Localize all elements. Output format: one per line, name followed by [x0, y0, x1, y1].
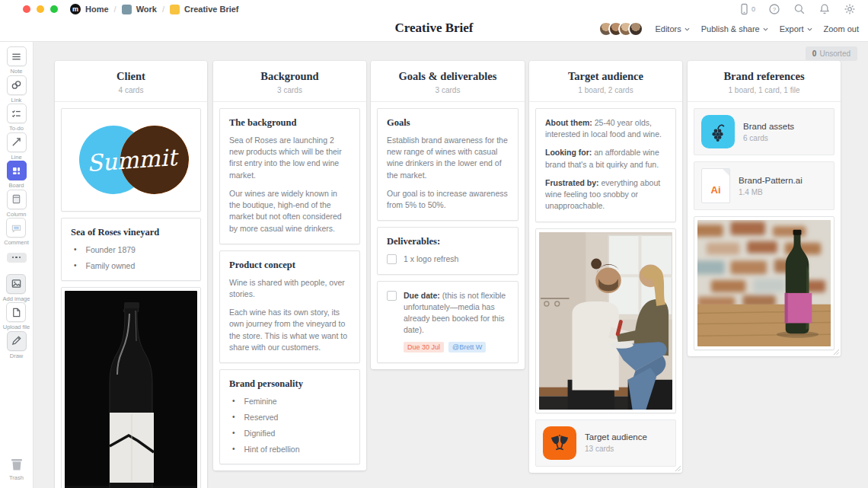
due-date-tag[interactable]: Due 30 Jul — [404, 342, 444, 352]
board-item-title: Brand assets — [743, 122, 794, 131]
settings-button[interactable] — [844, 3, 856, 15]
sidebar-item-todo[interactable]: To-do — [7, 104, 27, 132]
goals-note-card[interactable]: Goals Establish brand awareness for the … — [377, 108, 519, 221]
publish-share-label: Publish & share — [701, 24, 760, 33]
editor-avatars[interactable] — [598, 21, 643, 37]
trash-label: Trash — [9, 475, 24, 481]
column-goals[interactable]: Goals & deliverables 3 cards Goals Estab… — [371, 61, 525, 369]
product-concept-note-card[interactable]: Product concept Wine is shared with peop… — [219, 250, 360, 363]
ai-file-icon: Ai — [701, 168, 730, 203]
note-paragraph: Frustrated by: everything about wine fee… — [545, 177, 666, 212]
sidebar-item-note[interactable]: Note — [7, 46, 27, 75]
column-resize-handle[interactable] — [675, 465, 681, 471]
board-item-count: 13 cards — [585, 445, 647, 453]
target-audience-board-item[interactable]: Target audience 13 cards — [535, 419, 676, 467]
breadcrumb-separator: / — [162, 5, 164, 14]
deliverables-todo-card[interactable]: Deliverables: 1 x logo refresh — [377, 227, 519, 274]
note-paragraph: Each wine has its own story, its own jou… — [229, 307, 350, 353]
help-icon: ? — [768, 3, 780, 15]
sidebar-item-line[interactable]: Line — [7, 132, 27, 161]
brief-board-thumb-icon — [170, 5, 180, 14]
audience-photo-card[interactable] — [535, 228, 676, 413]
tool-label: Note — [11, 69, 23, 75]
comment-icon — [11, 222, 22, 234]
list-item: •Hint of rebellion — [232, 445, 350, 454]
publish-share-dropdown[interactable]: Publish & share — [701, 24, 768, 33]
sidebar-item-comment[interactable]: Comment — [4, 218, 29, 246]
search-button[interactable] — [793, 3, 806, 15]
maximize-window-button[interactable] — [50, 5, 58, 13]
column-brand-references[interactable]: Brand references 1 board, 1 card, 1 file… — [688, 61, 841, 356]
client-note-card[interactable]: Sea of Roses vineyard •Founder 1879 •Fam… — [61, 218, 201, 281]
column-background[interactable]: Background 3 cards The background Sea of… — [213, 61, 366, 470]
unsorted-tray-button[interactable]: 0Unsorted — [806, 46, 857, 61]
editors-dropdown[interactable]: Editors — [655, 24, 689, 33]
device-preview-button[interactable]: 0 — [739, 3, 755, 15]
list-item: •Founder 1879 — [74, 245, 191, 254]
notifications-icon — [819, 3, 831, 15]
brand-pattern-file-item[interactable]: Ai Brand-Pattern.ai 1.4 MB — [694, 161, 834, 210]
avatar[interactable] — [628, 21, 643, 37]
due-date-todo-card[interactable]: Due date: (this is not flexible unfortun… — [377, 281, 519, 364]
sidebar-item-link[interactable]: Link — [7, 75, 27, 104]
column-client[interactable]: Client 4 cards Summit Sea of Roses viney… — [55, 61, 207, 488]
brand-assets-board-item[interactable]: Brand assets 6 cards — [694, 108, 834, 155]
column-title: Brand references — [694, 70, 834, 83]
mention-tag[interactable]: @Brett W — [448, 342, 486, 352]
help-button[interactable]: ? — [768, 3, 780, 15]
note-title: Product concept — [229, 260, 350, 271]
link-icon — [11, 79, 22, 91]
sidebar-item-column[interactable]: Column — [7, 190, 27, 218]
column-icon — [11, 193, 22, 205]
close-window-button[interactable] — [23, 5, 30, 13]
summit-logo-image-card[interactable]: Summit — [61, 108, 201, 212]
device-icon — [739, 3, 749, 15]
unsorted-label: Unsorted — [819, 49, 850, 58]
column-header[interactable]: Target audience 1 board, 2 cards — [529, 61, 682, 102]
list-item: •Family owned — [74, 261, 191, 270]
column-count: 3 cards — [377, 86, 519, 94]
chevron-down-icon — [685, 27, 690, 31]
sidebar-item-board[interactable]: Board — [7, 161, 27, 189]
todo-checkbox[interactable] — [387, 254, 397, 264]
svg-text:?: ? — [773, 6, 777, 13]
board-item-title: Target audience — [585, 432, 647, 442]
todo-checkbox[interactable] — [387, 291, 397, 301]
export-dropdown[interactable]: Export — [780, 24, 812, 33]
column-target-audience[interactable]: Target audience 1 board, 2 cards About t… — [529, 61, 682, 473]
reference-bottle-photo-card[interactable] — [694, 216, 834, 350]
editors-label: Editors — [655, 24, 681, 33]
column-header[interactable]: Client 4 cards — [55, 61, 207, 102]
column-header[interactable]: Goals & deliverables 3 cards — [371, 61, 525, 102]
sidebar-item-upload-file[interactable]: Upload file — [3, 302, 30, 330]
breadcrumb-creative-brief[interactable]: Creative Brief — [170, 5, 239, 14]
column-count: 3 cards — [219, 86, 360, 94]
background-note-card[interactable]: The background Sea of Roses are launchin… — [219, 108, 360, 244]
note-paragraph: Looking for: an affordable wine brand th… — [545, 147, 666, 170]
more-tools-button[interactable] — [7, 253, 27, 263]
column-title: Background — [219, 70, 360, 83]
breadcrumb-home-label: Home — [85, 5, 109, 14]
minimize-window-button[interactable] — [37, 5, 44, 13]
wine-bottle-photo-card[interactable] — [61, 287, 201, 488]
column-header[interactable]: Background 3 cards — [213, 61, 366, 102]
sidebar-item-add-image[interactable]: Add image — [3, 274, 30, 302]
cheers-glasses-icon — [543, 426, 576, 460]
breadcrumb-home[interactable]: m Home — [70, 4, 109, 14]
breadcrumb-separator: / — [114, 5, 116, 14]
tool-label: Link — [11, 97, 22, 104]
zoom-out-button[interactable]: Zoom out — [824, 24, 859, 33]
notifications-button[interactable] — [819, 3, 831, 15]
column-header[interactable]: Brand references 1 board, 1 card, 1 file — [688, 61, 841, 102]
wine-bottle-photo — [65, 291, 197, 488]
trash-button[interactable]: Trash — [8, 456, 25, 481]
add-image-icon — [11, 278, 22, 289]
column-resize-handle[interactable] — [833, 349, 839, 355]
sidebar-item-draw[interactable]: Draw — [7, 331, 27, 359]
breadcrumb-work[interactable]: Work — [122, 5, 157, 14]
audience-note-card[interactable]: About them: 25-40 year olds, interested … — [535, 108, 676, 222]
title-row: Creative Brief Editors Publish & share E… — [0, 18, 868, 42]
brand-personality-note-card[interactable]: Brand personality •Feminine •Reserved •D… — [219, 369, 360, 464]
chevron-down-icon — [763, 27, 768, 31]
column-count: 1 board, 2 cards — [535, 86, 676, 94]
